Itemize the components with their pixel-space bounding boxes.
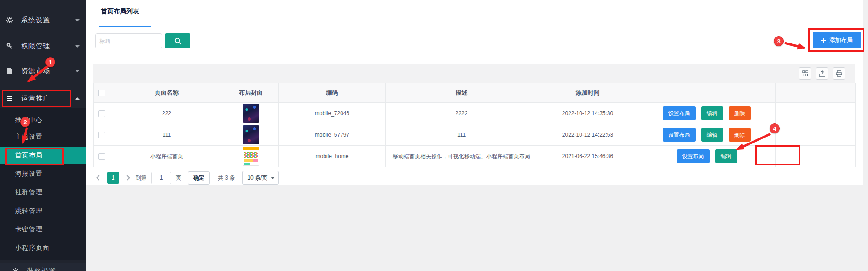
cell-time: 2022-10-12 14:35:30 [537,103,638,124]
edit-button[interactable]: 编辑 [715,149,737,163]
active-tab-indicator [99,26,151,27]
cell-actions: 设置布局编辑删除 [638,103,776,124]
set-layout-button[interactable]: 设置布局 [677,149,710,163]
set-layout-button[interactable]: 设置布局 [663,128,696,142]
table-toolbar [93,64,855,83]
confirm-button[interactable]: 确定 [188,171,210,185]
sidebar-submenu-item-label: 社群管理 [15,188,43,197]
search-icon [174,37,182,45]
row-checkbox[interactable] [98,110,105,117]
add-layout-button[interactable]: 添加布局 [813,32,861,48]
total-count-label: 共 3 条 [218,174,235,182]
admin-app: 系统设置权限管理资源市场运营推广推广中心主题设置首页布局海报设置社群管理跳转管理… [0,0,868,271]
col-header-time: 添加时间 [537,83,638,103]
page-number-button[interactable]: 1 [107,172,119,184]
columns-icon [802,70,809,77]
export-button[interactable] [816,67,828,80]
mini-app-cover-thumbnail [243,147,259,166]
delete-button[interactable]: 删除 [729,128,751,142]
cell-page-name: 小程序端首页 [110,146,223,167]
book-icon [6,67,13,74]
cell-desc: 移动端首页相关操作，可视化移动端、小程序端首页布局 [386,146,537,167]
cell-extra [776,124,856,146]
page-unit-label: 页 [176,174,181,182]
chevron-left-icon [96,175,101,180]
sidebar-item-label: 装修设置 [27,267,56,271]
plus-icon [821,38,826,43]
sidebar-submenu-item[interactable]: 跳转管理 [0,202,86,220]
table-header-row: 页面名称 布局封面 编码 描述 添加时间 [94,83,856,103]
sidebar-menu-item[interactable]: 资源市场 [0,62,86,80]
col-header-code: 编码 [279,83,386,103]
sidebar-menu-item[interactable]: 系统设置 [0,11,86,29]
cell-page-name: 111 [110,124,223,146]
sidebar: 系统设置权限管理资源市场运营推广推广中心主题设置首页布局海报设置社群管理跳转管理… [0,0,86,271]
sidebar-menu-item-label: 运营推广 [21,94,50,103]
sidebar-menu-item-label: 资源市场 [21,67,50,75]
sidebar-submenu-item[interactable]: 主题设置 [0,128,86,146]
print-button[interactable] [833,67,845,80]
cell-code: mobile_72046 [279,103,386,124]
sidebar-submenu-item-label: 跳转管理 [15,207,43,215]
chevron-down-icon [271,177,275,179]
tab-homepage-layout-list[interactable]: 首页布局列表 [101,7,139,16]
page-size-select[interactable]: 10 条/页 [242,171,279,185]
goto-page-input[interactable] [151,172,171,184]
gear-icon [12,268,19,271]
table-row: 222mobile_7204622222022-10-12 14:35:30设置… [94,103,856,124]
chevron-right-icon [125,175,130,180]
chevron-down-icon [75,45,80,48]
row-checkbox[interactable] [98,153,105,160]
cell-time: 2021-06-22 15:46:36 [537,146,638,167]
chevron-down-icon [75,70,80,72]
print-icon [835,70,843,77]
sidebar-submenu-item[interactable]: 社群管理 [0,184,86,201]
content-card: 首页布局列表 添加布局 [86,0,863,185]
sidebar-submenu-item-label: 海报设置 [15,170,43,178]
cell-desc: 2222 [386,103,537,124]
page-size-value: 10 条/页 [247,174,267,182]
sidebar-submenu-item[interactable]: 海报设置 [0,165,86,183]
col-header-page-name: 页面名称 [110,83,223,103]
sidebar-submenu-item[interactable]: 卡密管理 [0,221,86,238]
sidebar-submenu-item-label: 小程序页面 [15,244,49,252]
sidebar-menu-item[interactable]: 权限管理 [0,37,86,55]
sidebar-menu-item[interactable]: 运营推广 [0,90,86,107]
next-page-button[interactable] [122,172,133,183]
edit-button[interactable]: 编辑 [701,106,723,120]
select-all-checkbox[interactable] [98,90,105,96]
sidebar-item-partial[interactable]: 装修设置 [0,263,86,271]
sidebar-submenu-item-label: 主题设置 [15,133,43,141]
cell-desc: 111 [386,124,537,146]
chevron-down-icon [75,19,80,21]
delete-button[interactable]: 删除 [729,106,751,120]
sidebar-submenu-item[interactable]: 推广中心 [0,112,86,129]
edit-button[interactable]: 编辑 [701,128,723,142]
cell-actions: 设置布局编辑 [638,146,776,167]
col-header-extra [776,83,856,103]
cell-time: 2022-10-12 14:22:53 [537,124,638,146]
goto-label: 到第 [136,174,146,182]
sidebar-menu-item-label: 权限管理 [21,42,50,51]
sidebar-submenu-item-label: 卡密管理 [15,225,43,234]
pagination: 1 到第 页 确定 共 3 条 10 条/页 [93,171,279,185]
sidebar-menu-item-label: 系统设置 [21,16,50,25]
set-layout-button[interactable]: 设置布局 [663,106,696,120]
add-layout-button-label: 添加布局 [829,36,853,44]
row-checkbox[interactable] [98,132,105,138]
sidebar-submenu-item-label: 首页布局 [15,151,43,159]
key-icon [6,43,13,50]
columns-toggle-button[interactable] [799,67,811,80]
sidebar-submenu-item[interactable]: 首页布局 [0,147,86,164]
cell-extra [776,103,856,124]
search-button[interactable] [165,33,190,48]
chevron-up-icon [75,97,80,100]
cell-extra [776,146,856,167]
table-row: 111mobile_577971112022-10-12 14:22:53设置布… [94,124,856,146]
cell-code: mobile_home [279,146,386,167]
gear-icon [6,16,13,24]
title-search-input[interactable] [95,33,162,48]
col-header-actions [638,83,776,103]
sidebar-submenu-item[interactable]: 小程序页面 [0,239,86,257]
prev-page-button[interactable] [93,172,104,183]
